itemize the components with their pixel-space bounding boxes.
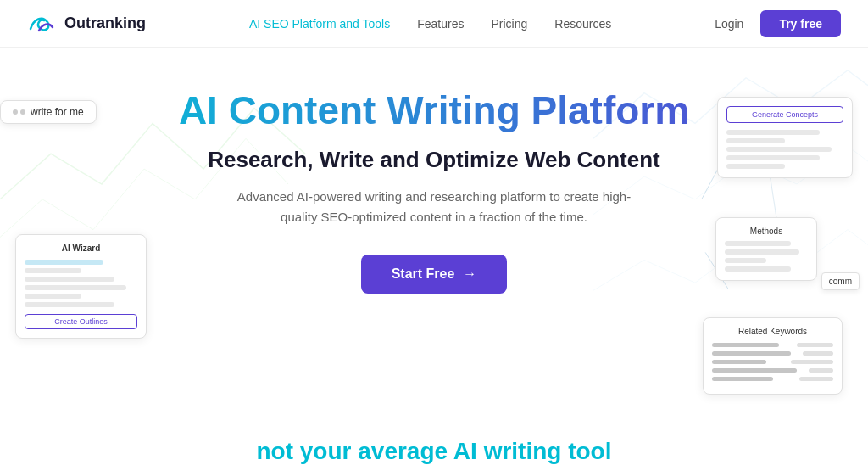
kw-row-3 bbox=[712, 360, 833, 364]
generate-lines bbox=[726, 130, 843, 169]
card-dots bbox=[13, 109, 25, 115]
kw-4-label bbox=[712, 368, 797, 373]
keywords-title: Related Keywords bbox=[712, 327, 833, 336]
comm-badge: comm bbox=[821, 272, 860, 290]
logo[interactable]: Outranking bbox=[27, 12, 146, 36]
method-line-1 bbox=[725, 241, 791, 246]
start-free-button[interactable]: Start Free → bbox=[361, 255, 508, 294]
nav-links: AI SEO Platform and Tools Features Prici… bbox=[249, 17, 611, 31]
kw-row-1 bbox=[712, 343, 833, 347]
start-free-label: Start Free bbox=[392, 266, 455, 282]
kw-5-label bbox=[712, 377, 773, 381]
methods-lines bbox=[725, 241, 808, 272]
try-free-button[interactable]: Try free bbox=[760, 10, 841, 37]
methods-card: Methods bbox=[715, 217, 817, 281]
method-line-3 bbox=[725, 258, 766, 263]
kw-3-val bbox=[791, 360, 833, 364]
kw-3-label bbox=[712, 360, 766, 364]
logo-text: Outranking bbox=[64, 14, 146, 32]
kw-2-val bbox=[803, 351, 833, 356]
kw-row-2 bbox=[712, 351, 833, 356]
nav-ai-seo[interactable]: AI SEO Platform and Tools bbox=[249, 17, 390, 31]
kw-1-val bbox=[797, 343, 833, 347]
gen-line-5 bbox=[726, 164, 785, 169]
generate-concepts-button[interactable]: Generate Concepts bbox=[726, 106, 843, 123]
wizard-line-6 bbox=[25, 302, 114, 307]
bottom-section: not your average AI writing tool bbox=[0, 421, 868, 465]
ai-wizard-card: AI Wizard Create Outlines bbox=[15, 234, 147, 339]
methods-title: Methods bbox=[725, 227, 808, 236]
nav-resources[interactable]: Resources bbox=[554, 17, 611, 31]
write-for-me-label: write for me bbox=[31, 106, 84, 118]
kw-row-4 bbox=[712, 368, 833, 373]
navbar: Outranking AI SEO Platform and Tools Fea… bbox=[0, 0, 868, 48]
wizard-line-5 bbox=[25, 294, 81, 299]
gen-line-1 bbox=[726, 130, 820, 135]
related-keywords-card: Related Keywords bbox=[703, 317, 843, 395]
gen-line-2 bbox=[726, 138, 785, 143]
generate-concepts-card: Generate Concepts bbox=[717, 97, 853, 178]
nav-pricing[interactable]: Pricing bbox=[491, 17, 527, 31]
logo-icon bbox=[27, 12, 58, 36]
wizard-lines bbox=[25, 260, 137, 307]
arrow-icon: → bbox=[463, 266, 476, 282]
kw-4-val bbox=[809, 368, 833, 373]
wizard-line-2 bbox=[25, 268, 81, 273]
dot-2 bbox=[20, 109, 25, 115]
nav-features[interactable]: Features bbox=[417, 17, 464, 31]
method-line-2 bbox=[725, 249, 799, 255]
kw-row-5 bbox=[712, 377, 833, 381]
kw-5-val bbox=[799, 377, 833, 381]
nav-actions: Login Try free bbox=[715, 10, 841, 37]
wizard-line-1 bbox=[25, 260, 103, 265]
wizard-line-4 bbox=[25, 285, 126, 290]
dot-1 bbox=[13, 109, 18, 115]
gen-line-3 bbox=[726, 147, 832, 152]
method-line-4 bbox=[725, 266, 791, 272]
gen-line-4 bbox=[726, 155, 820, 160]
bottom-title: not your average AI writing tool bbox=[27, 438, 841, 465]
kw-2-label bbox=[712, 351, 791, 356]
wizard-line-3 bbox=[25, 277, 114, 282]
hero-description: Advanced AI-powered writing and research… bbox=[231, 187, 637, 227]
kw-1-label bbox=[712, 343, 779, 347]
login-link[interactable]: Login bbox=[715, 17, 743, 31]
wizard-title: AI Wizard bbox=[25, 244, 137, 253]
write-for-me-card: write for me bbox=[0, 100, 97, 124]
create-outlines-button[interactable]: Create Outlines bbox=[25, 314, 137, 329]
hero-section: write for me AI Wizard Create Outlines G… bbox=[0, 48, 868, 421]
